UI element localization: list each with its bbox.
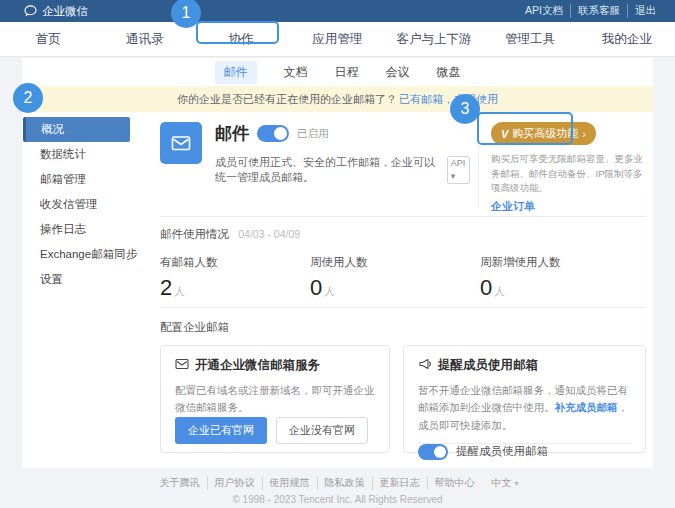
footer-link-privacy[interactable]: 隐私政策: [317, 476, 372, 490]
sidebar-item-statistics[interactable]: 数据统计: [22, 142, 144, 167]
nav-item-collaboration[interactable]: 协作: [193, 31, 289, 48]
nav-item-my-company[interactable]: 我的企业: [579, 31, 675, 48]
stat-unit: 人: [494, 285, 505, 297]
sidebar-item-mailbox-management[interactable]: 邮箱管理: [22, 167, 144, 192]
buy-premium-button[interactable]: V 购买高级功能 ›: [491, 122, 596, 145]
topbar-link-api-docs[interactable]: API文档: [518, 4, 570, 18]
premium-description: 购买后可享受无限邮箱容量、更多业务邮箱、邮件自动备份、IP限制等多项高级功能。: [491, 152, 646, 196]
mail-header-info: 邮件 已启用 成员可使用正式、安全的工作邮箱，企业可以统一管理成员邮箱。 API…: [202, 122, 470, 208]
banner-text: 你的企业是否已经有正在使用的企业邮箱了？: [177, 92, 397, 107]
sidebar-item-operation-log[interactable]: 操作日志: [22, 217, 144, 242]
mail-app-icon: [160, 122, 202, 164]
sidebar-item-overview[interactable]: 概况: [23, 117, 130, 142]
sidebar-item-settings[interactable]: 设置: [22, 267, 144, 292]
existing-mailbox-banner: 你的企业是否已经有正在使用的企业邮箱了？ 已有邮箱，立即使用: [22, 86, 653, 112]
copyright-text: © 1998 - 2023 Tencent Inc. All Rights Re…: [0, 494, 675, 505]
usage-date-range: 04/03 - 04/09: [238, 228, 300, 240]
divider: [160, 216, 646, 217]
config-cards: 开通企业微信邮箱服务 配置已有域名或注册新域名，即可开通企业微信邮箱服务。 企业…: [160, 345, 646, 453]
footer-link-changelog[interactable]: 更新日志: [372, 476, 427, 490]
tab-docs[interactable]: 文档: [284, 64, 308, 81]
api-dropdown[interactable]: API ▾: [447, 156, 470, 184]
nav-item-contacts[interactable]: 通讯录: [96, 31, 192, 48]
enabled-status-text: 已启用: [297, 127, 329, 141]
toggle-knob: [274, 127, 287, 140]
topbar-link-contact-support[interactable]: 联系客服: [570, 4, 627, 18]
stat-label: 有邮箱人数: [160, 255, 310, 270]
tab-drive[interactable]: 微盘: [437, 64, 461, 81]
card-heading: 开通企业微信邮箱服务: [195, 357, 320, 374]
topbar-links: API文档 联系客服 退出: [518, 4, 663, 18]
stat-weekly-active: 周使用人数 0人: [310, 255, 480, 301]
stat-value: 0: [310, 275, 322, 300]
annotation-badge-3: 3: [450, 94, 480, 124]
stat-value: 2: [160, 275, 172, 300]
tab-calendar[interactable]: 日程: [335, 64, 359, 81]
vip-icon: V: [501, 128, 508, 140]
stat-value: 0: [480, 275, 492, 300]
tab-meeting[interactable]: 会议: [386, 64, 410, 81]
card-text: 配置已有域名或注册新域名，即可开通企业微信邮箱服务。: [175, 382, 375, 417]
remind-toggle-label: 提醒成员使用邮箱: [456, 444, 548, 459]
tab-mail[interactable]: 邮件: [215, 61, 257, 84]
remind-members-toggle[interactable]: [418, 444, 448, 460]
chevron-down-icon: ▾: [514, 479, 518, 488]
usage-section-header: 邮件使用情况 04/03 - 04/09: [160, 227, 646, 242]
content-card: 邮件 文档 日程 会议 微盘 你的企业是否已经有正在使用的企业邮箱了？ 已有邮箱…: [22, 58, 653, 468]
sidebar-item-send-receive[interactable]: 收发信管理: [22, 192, 144, 217]
toggle-knob: [434, 446, 446, 458]
megaphone-icon: [418, 358, 432, 373]
no-website-button[interactable]: 企业没有官网: [276, 417, 368, 444]
mail-sidebar: 概况 数据统计 邮箱管理 收发信管理 操作日志 Exchange邮箱同步 设置: [22, 112, 144, 468]
chat-bubble-icon: [24, 5, 37, 17]
buy-premium-label: 购买高级功能: [512, 126, 578, 141]
divider: [160, 307, 646, 308]
footer-link-help-center[interactable]: 帮助中心: [427, 476, 482, 490]
page-title: 邮件: [215, 122, 249, 145]
page-background: 邮件 文档 日程 会议 微盘 你的企业是否已经有正在使用的企业邮箱了？ 已有邮箱…: [0, 58, 675, 508]
chevron-right-icon: ›: [582, 128, 586, 140]
language-selector[interactable]: 中文 ▾: [482, 476, 523, 490]
card-heading: 提醒成员使用邮箱: [438, 357, 538, 374]
usage-stats: 有邮箱人数 2人 周使用人数 0人 周新增使用人数 0人: [160, 255, 646, 301]
mail-enabled-toggle[interactable]: [257, 125, 289, 142]
has-website-button[interactable]: 企业已有官网: [175, 417, 267, 444]
mail-header: 邮件 已启用 成员可使用正式、安全的工作邮箱，企业可以统一管理成员邮箱。 API…: [160, 122, 646, 208]
topbar: 企业微信 API文档 联系客服 退出: [0, 0, 675, 22]
mail-description: 成员可使用正式、安全的工作邮箱，企业可以统一管理成员邮箱。: [215, 155, 441, 185]
nav-item-apps[interactable]: 应用管理: [289, 31, 385, 48]
footer-link-agreement[interactable]: 用户协议: [207, 476, 262, 490]
nav-item-home[interactable]: 首页: [0, 31, 96, 48]
stat-label: 周新增使用人数: [480, 255, 561, 270]
api-tag-label: API: [451, 158, 466, 168]
chevron-down-icon: ▾: [451, 171, 456, 181]
annotation-badge-2: 2: [13, 83, 43, 113]
stat-unit: 人: [174, 285, 185, 297]
supplement-mailbox-link[interactable]: 补充成员邮箱: [555, 401, 618, 413]
collab-tabs: 邮件 文档 日程 会议 微盘: [22, 58, 653, 86]
mail-overview-main: 邮件 已启用 成员可使用正式、安全的工作邮箱，企业可以统一管理成员邮箱。 API…: [144, 112, 653, 468]
enterprise-orders-link[interactable]: 企业订单: [491, 199, 535, 214]
usage-title: 邮件使用情况: [160, 228, 229, 240]
config-section-title: 配置企业邮箱: [160, 320, 646, 335]
stat-label: 周使用人数: [310, 255, 480, 270]
nav-item-admin-tools[interactable]: 管理工具: [482, 31, 578, 48]
open-mail-service-card: 开通企业微信邮箱服务 配置已有域名或注册新域名，即可开通企业微信邮箱服务。 企业…: [160, 345, 390, 453]
main-nav: 首页 通讯录 协作 应用管理 客户与上下游 管理工具 我的企业: [0, 22, 675, 57]
topbar-link-logout[interactable]: 退出: [627, 4, 663, 18]
footer-link-usage-rules[interactable]: 使用规范: [262, 476, 317, 490]
premium-panel: V 购买高级功能 › 购买后可享受无限邮箱容量、更多业务邮箱、邮件自动备份、IP…: [478, 122, 646, 208]
stat-mailbox-users: 有邮箱人数 2人: [160, 255, 310, 301]
app-logo-text: 企业微信: [42, 4, 88, 19]
page-footer: 关于腾讯 用户协议 使用规范 隐私政策 更新日志 帮助中心 中文 ▾ © 199…: [0, 468, 675, 505]
language-label: 中文: [492, 477, 512, 488]
stat-weekly-new: 周新增使用人数 0人: [480, 255, 561, 301]
remind-members-card: 提醒成员使用邮箱 暂不开通企业微信邮箱服务，通知成员将已有邮箱添加到企业微信中使…: [403, 345, 646, 453]
envelope-icon: [175, 358, 189, 373]
sidebar-item-exchange-sync[interactable]: Exchange邮箱同步: [22, 242, 144, 267]
app-logo[interactable]: 企业微信: [24, 4, 88, 19]
nav-item-customers[interactable]: 客户与上下游: [386, 31, 482, 48]
footer-link-about[interactable]: 关于腾讯: [153, 476, 207, 490]
banner-use-existing-link[interactable]: 已有邮箱，立即使用: [399, 92, 498, 107]
stat-unit: 人: [324, 285, 335, 297]
